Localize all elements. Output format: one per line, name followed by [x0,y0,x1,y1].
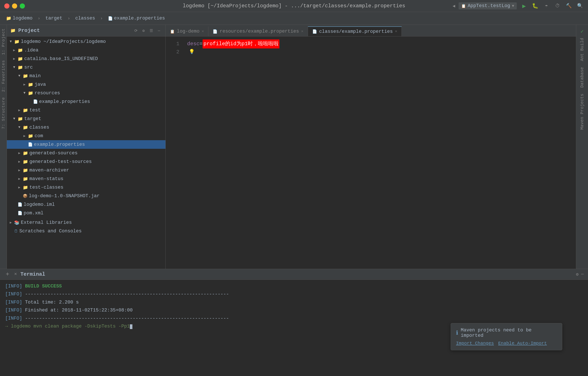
sidebar-maven-projects[interactable]: Maven Projects [578,91,586,132]
tree-main[interactable]: ▼ 📁 main [7,72,165,80]
bulb-icon[interactable]: 💡 [189,48,195,56]
minimize-button[interactable] [12,3,17,9]
tree-src[interactable]: ▼ 📁 src [7,63,165,72]
code-area[interactable]: desc = profile的id为p1时，啦啦啦啦 💡 [183,40,576,56]
coverage-button[interactable]: ☂ [543,2,550,10]
expand-arrow: ▶ [17,177,22,181]
tree-resources-example-props[interactable]: ▶ 📄 example.properties [7,97,165,106]
tab-close-resources[interactable]: × [301,29,304,34]
tree-external-libs[interactable]: ▶ 📚 External Libraries [7,218,165,227]
tree-catalina[interactable]: ▶ 📁 catalina.base_IS_UNDEFINED [7,54,165,63]
search-everywhere-button[interactable]: 🔍 [576,2,584,10]
tree-generated-test-sources[interactable]: ▶ 📁 generated-test-sources [7,157,165,166]
add-terminal-button[interactable]: + [4,271,11,278]
settings-icon[interactable]: ⚙ [141,28,147,34]
tree-label-maven-status: maven-status [29,176,63,182]
terminal-line-1: [INFO] BUILD SUCCESS [5,282,583,290]
tree-label-main: main [29,73,41,79]
expand-arrow: ▼ [17,125,22,129]
tree-resources[interactable]: ▼ 📁 resources [7,89,165,97]
close-terminal-button[interactable]: × [14,272,17,277]
folder-icon: 📁 [23,125,28,130]
breadcrumb-target[interactable]: target [43,15,65,22]
project-folder-icon: 📁 [10,28,16,33]
tab-log-demo[interactable]: 📋 log-demo × [166,26,208,36]
sidebar-item-favorites[interactable]: 2: Favorites [1,60,6,92]
tree-idea[interactable]: ▶ 📁 .idea [7,46,165,54]
tree-test-classes[interactable]: ▶ 📁 test-classes [7,183,165,192]
close-button[interactable] [4,3,10,9]
prop-icon: 📄 [108,16,113,21]
tab-resources-example[interactable]: 📄 resources/example.properties × [208,26,308,36]
breadcrumb-sep-2: › [68,16,70,21]
tree-classes-example-props[interactable]: ▶ 📄 example.properties [7,140,165,149]
tab-close-log-demo[interactable]: × [202,29,204,34]
run-button[interactable]: ▶ [520,2,528,10]
tree-test[interactable]: ▶ 📁 test [7,106,165,115]
expand-arrow: ▼ [12,117,16,121]
tree-label-scratches: Scratches and Consoles [19,229,82,234]
sidebar-item-project[interactable]: 1: Project [1,28,6,55]
settings-terminal-icon[interactable]: ⚙ [576,272,578,277]
tree-root-logdemo[interactable]: ▼ 📁 logdemo ~/IdeaProjects/logdemo [7,37,165,46]
folder-icon: 📁 [28,133,33,139]
tree-label-com: com [34,133,43,139]
code-line-2: 💡 [187,48,576,56]
terminal-line-4: [INFO] Finished at: 2018-11-02T15:22:35+… [5,306,583,314]
tree-label-external-libs: External Libraries [21,220,72,225]
jar-file-icon: 📦 [23,194,27,198]
folder-icon: 📁 [23,168,28,173]
run-config-selector[interactable]: 📋 AppTest.testLog ▼ [459,2,517,10]
breadcrumb-example-properties[interactable]: 📄 example.properties [105,15,168,22]
target-label: target [45,16,62,21]
gear-icon[interactable]: ☰ [148,28,154,34]
tree-pom[interactable]: ▶ 📄 pom.xml [7,209,165,217]
tab-classes-example[interactable]: 📄 classes/example.properties × [308,26,402,36]
tree-target[interactable]: ▼ 📁 target [7,115,165,123]
tree-label-classes-example: example.properties [34,142,85,147]
sync-icon[interactable]: ⟳ [133,28,139,34]
tree-jar-file[interactable]: ▶ 📦 log-demo-1.0-SNAPSHOT.jar [7,192,165,200]
tree-label-target: target [24,116,41,122]
tree-generated-sources[interactable]: ▶ 📁 generated-sources [7,149,165,157]
tree-java[interactable]: ▶ 📁 java [7,80,165,89]
project-breadcrumb-item-logdemo[interactable]: 📁 logdemo [3,15,35,22]
tree-classes[interactable]: ▼ 📁 classes [7,123,165,132]
file-tree: ▼ 📁 logdemo ~/IdeaProjects/logdemo ▶ 📁 .… [7,36,165,269]
back-icon[interactable]: ◀ [453,3,455,9]
collapse-icon[interactable]: — [156,28,162,34]
line-num-1: 1 [166,40,179,48]
maximize-button[interactable] [20,3,25,9]
tree-label-generated-test-sources: generated-test-sources [29,159,92,164]
sidebar-database[interactable]: Database [578,64,586,90]
enable-auto-import-button[interactable]: Enable Auto-Import [498,341,547,346]
tree-maven-status[interactable]: ▶ 📁 maven-status [7,175,165,183]
sidebar-ant-build[interactable]: Ant Build [578,35,586,64]
folder-icon: 📁 [18,48,23,53]
editor-content[interactable]: 1 2 desc = profile的id为p1时，啦啦啦啦 💡 [166,36,576,269]
tree-iml[interactable]: ▶ 📄 logdemo.iml [7,200,165,209]
terminal-header-right: ⚙ — [576,272,584,277]
project-panel-title: Project [18,28,40,33]
code-line-1: desc = profile的id为p1时，啦啦啦啦 [187,40,576,48]
tree-label-maven-archiver: maven-archiver [29,168,69,173]
folder-icon: 📁 [14,39,20,44]
import-changes-button[interactable]: Import Changes [456,341,494,346]
expand-arrow: ▶ [17,159,22,164]
build-button[interactable]: 🔨 [565,2,573,10]
tab-bar: 📋 log-demo × 📄 resources/example.propert… [166,25,576,36]
profile-button[interactable]: ⏱ [554,2,561,10]
tree-maven-archiver[interactable]: ▶ 📁 maven-archiver [7,166,165,175]
sidebar-item-structure[interactable]: 7: Structure [1,97,6,129]
debug-button[interactable]: 🐛 [531,2,539,10]
breadcrumb-classes[interactable]: classes [73,15,98,22]
tree-com[interactable]: ▶ 📁 com [7,132,165,140]
tree-label-resources: resources [34,91,60,96]
terminal-line-5: [INFO] ---------------------------------… [5,314,583,323]
folder-icon: 📁 [23,150,28,156]
collapse-terminal-icon[interactable]: — [581,272,584,277]
tree-scratches[interactable]: ▶ 🗒 Scratches and Consoles [7,227,165,235]
cursor [130,324,132,329]
tab-close-classes[interactable]: × [395,29,397,34]
dropdown-icon[interactable]: ▼ [512,4,514,8]
